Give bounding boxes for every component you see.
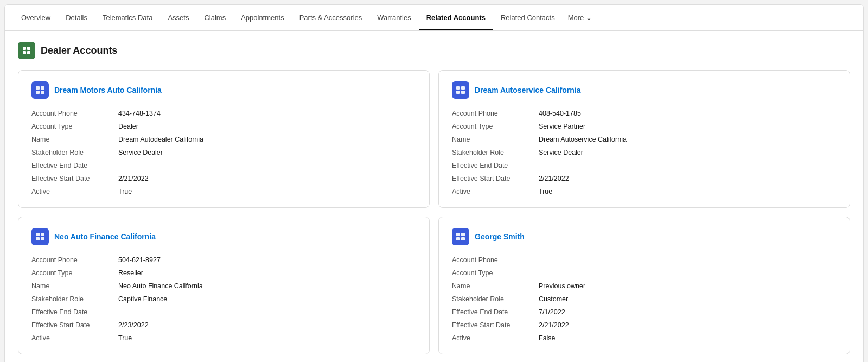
field-value	[118, 307, 416, 317]
field-value: 504-621-8927	[118, 255, 416, 265]
svg-rect-4	[36, 86, 40, 90]
field-label: Account Type	[452, 268, 539, 278]
field-value: 2/21/2022	[539, 320, 837, 330]
card-header-george-smith: George Smith	[452, 228, 837, 245]
field-label: Account Phone	[452, 255, 539, 265]
svg-rect-8	[456, 86, 460, 90]
card-title-dream-motors[interactable]: Dream Motors Auto California	[54, 86, 162, 94]
card-fields-dream-autoservice: Account Phone 408-540-1785 Account Type …	[452, 109, 837, 196]
field-label: Effective End Date	[31, 161, 118, 170]
svg-rect-15	[41, 237, 44, 240]
svg-rect-5	[41, 86, 44, 90]
dealer-accounts-icon	[18, 42, 35, 59]
field-value	[539, 255, 837, 265]
svg-rect-7	[41, 91, 44, 94]
card-fields-george-smith: Account Phone Account Type Name Previous…	[452, 255, 837, 343]
tab-navigation: Overview Details Telematics Data Assets …	[5, 5, 863, 31]
tab-claims[interactable]: Claims	[196, 5, 233, 30]
tab-more[interactable]: More ⌄	[563, 5, 598, 30]
field-value: False	[539, 333, 837, 343]
field-label: Account Type	[452, 122, 539, 131]
tab-related-accounts[interactable]: Related Accounts	[419, 5, 493, 30]
field-value: 408-540-1785	[539, 109, 837, 118]
field-label: Stakeholder Role	[31, 148, 118, 157]
field-label: Effective End Date	[452, 307, 539, 317]
field-value: Dealer	[118, 122, 416, 131]
field-value: Reseller	[118, 268, 416, 278]
section-header: Dealer Accounts	[18, 42, 850, 59]
tab-telematics[interactable]: Telematics Data	[95, 5, 160, 30]
field-value: 2/23/2022	[118, 320, 416, 330]
field-label: Account Phone	[31, 109, 118, 118]
field-label: Account Type	[31, 122, 118, 131]
tab-assets[interactable]: Assets	[160, 5, 196, 30]
field-label: Account Phone	[452, 109, 539, 118]
account-icon-dream-autoservice	[452, 81, 469, 99]
tab-details[interactable]: Details	[58, 5, 95, 30]
field-value	[539, 268, 837, 278]
field-value: Service Dealer	[118, 148, 416, 157]
field-value: 2/21/2022	[539, 174, 837, 183]
field-value: True	[539, 187, 837, 196]
svg-rect-2	[23, 51, 26, 54]
field-label: Name	[31, 281, 118, 291]
field-label: Stakeholder Role	[452, 148, 539, 157]
field-label: Account Type	[31, 268, 118, 278]
field-label: Active	[31, 187, 118, 196]
account-card-neo-auto: Neo Auto Finance California Account Phon…	[18, 217, 430, 354]
svg-rect-13	[41, 233, 44, 236]
svg-rect-3	[27, 51, 30, 54]
section-title: Dealer Accounts	[41, 45, 117, 56]
field-value: 2/21/2022	[118, 174, 416, 183]
field-value: Previous owner	[539, 281, 837, 291]
card-title-george-smith[interactable]: George Smith	[475, 232, 525, 241]
card-title-neo-auto[interactable]: Neo Auto Finance California	[54, 232, 156, 241]
field-label: Effective Start Date	[452, 320, 539, 330]
field-value: Neo Auto Finance California	[118, 281, 416, 291]
tab-related-contacts[interactable]: Related Contacts	[493, 5, 563, 30]
main-content: Dealer Accounts Dream Motors Auto Califo…	[5, 31, 863, 362]
tab-appointments[interactable]: Appointments	[233, 5, 292, 30]
field-value: 7/1/2022	[539, 307, 837, 317]
svg-rect-17	[461, 233, 465, 236]
svg-rect-0	[23, 47, 26, 50]
account-card-george-smith: George Smith Account Phone Account Type …	[438, 217, 850, 354]
field-value: Dream Autodealer California	[118, 135, 416, 144]
svg-rect-1	[27, 47, 30, 50]
field-label: Name	[452, 281, 539, 291]
svg-rect-14	[36, 237, 40, 240]
svg-rect-11	[461, 91, 465, 94]
svg-rect-19	[461, 237, 465, 240]
svg-rect-12	[36, 233, 40, 236]
card-header-neo-auto: Neo Auto Finance California	[31, 228, 416, 245]
tab-overview[interactable]: Overview	[14, 5, 58, 30]
field-value	[539, 161, 837, 170]
tab-more-label: More	[568, 14, 584, 22]
field-value: True	[118, 333, 416, 343]
field-value	[118, 161, 416, 170]
field-label: Active	[452, 333, 539, 343]
field-value: Captive Finance	[118, 294, 416, 304]
field-label: Effective Start Date	[31, 174, 118, 183]
field-value: Dream Autoservice California	[539, 135, 837, 144]
account-icon-george-smith	[452, 228, 469, 245]
field-value: Customer	[539, 294, 837, 304]
svg-rect-10	[456, 91, 460, 94]
account-card-dream-autoservice: Dream Autoservice California Account Pho…	[438, 70, 850, 208]
field-label: Stakeholder Role	[452, 294, 539, 304]
card-header-dream-autoservice: Dream Autoservice California	[452, 81, 837, 99]
field-label: Active	[452, 187, 539, 196]
account-card-dream-motors: Dream Motors Auto California Account Pho…	[18, 70, 430, 208]
field-value: Service Dealer	[539, 148, 837, 157]
field-value: True	[118, 187, 416, 196]
account-icon-neo-auto	[31, 228, 49, 245]
card-fields-neo-auto: Account Phone 504-621-8927 Account Type …	[31, 255, 416, 343]
card-title-dream-autoservice[interactable]: Dream Autoservice California	[475, 86, 581, 94]
tab-warranties[interactable]: Warranties	[369, 5, 418, 30]
chevron-down-icon: ⌄	[586, 14, 592, 22]
tab-parts[interactable]: Parts & Accessories	[292, 5, 370, 30]
field-label: Effective End Date	[452, 161, 539, 170]
svg-rect-6	[36, 91, 40, 94]
svg-rect-18	[456, 237, 460, 240]
accounts-grid: Dream Motors Auto California Account Pho…	[18, 70, 850, 354]
